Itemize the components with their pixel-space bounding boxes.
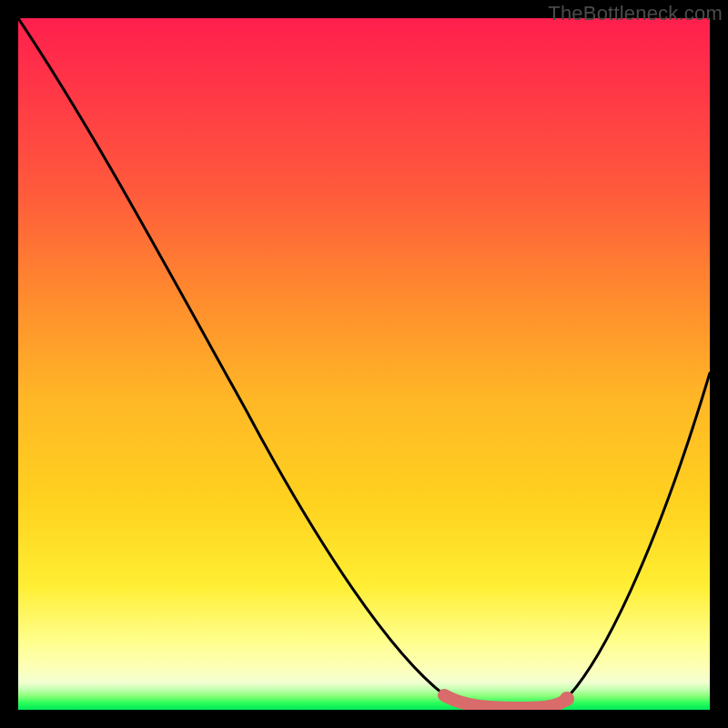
- chart-frame: TheBottleneck.com: [0, 0, 728, 728]
- bottleneck-curve-svg: [18, 18, 710, 710]
- plot-area: [18, 18, 710, 710]
- watermark-text: TheBottleneck.com: [548, 2, 723, 25]
- valley-end-dot: [560, 692, 574, 706]
- valley-highlight-path: [444, 695, 566, 708]
- bottleneck-curve-path: [18, 18, 710, 708]
